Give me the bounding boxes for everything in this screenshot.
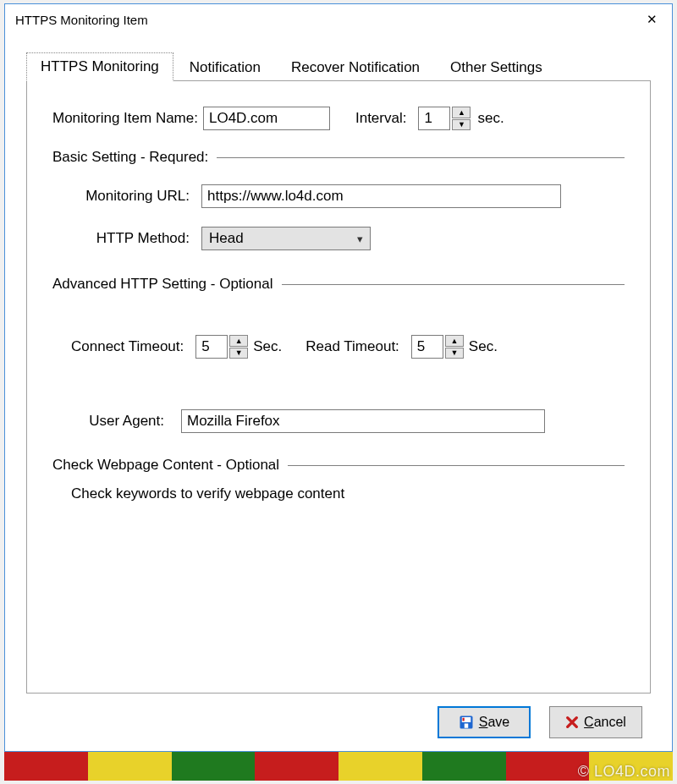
interval-label: Interval: <box>355 110 406 127</box>
save-label: SSaveave <box>479 715 509 730</box>
row-url: Monitoring URL: <box>52 184 625 208</box>
user-agent-input[interactable] <box>181 409 545 433</box>
method-label: HTTP Method: <box>71 230 190 247</box>
save-button[interactable]: SSaveave <box>438 706 531 738</box>
url-label: Monitoring URL: <box>71 188 190 205</box>
section-check: Check Webpage Content - Optional <box>52 457 625 474</box>
interval-down-button[interactable]: ▼ <box>452 119 471 131</box>
dialog-content: HTTPS Monitoring Notification Recover No… <box>5 35 672 751</box>
button-row: SSaveave CCancelancel <box>26 694 651 743</box>
tab-notification[interactable]: Notification <box>175 53 275 81</box>
read-up-button[interactable]: ▲ <box>445 335 464 347</box>
connect-timeout-input[interactable] <box>195 335 228 359</box>
divider <box>288 465 625 466</box>
watermark: © LO4D.com <box>578 763 670 781</box>
window-title: HTTPS Monitoring Item <box>15 13 148 27</box>
section-basic-label: Basic Setting - Requred: <box>52 149 208 166</box>
tab-other-settings[interactable]: Other Settings <box>436 53 557 81</box>
section-basic: Basic Setting - Requred: <box>52 149 625 166</box>
row-timeouts: Connect Timeout: ▲ ▼ Sec. Read Timeout: <box>52 335 625 359</box>
row-check-desc: Check keywords to verify webpage content <box>52 485 625 502</box>
chevron-down-icon: ▾ <box>357 233 363 245</box>
method-select[interactable]: Head ▾ <box>201 227 371 250</box>
connect-unit: Sec. <box>253 338 282 355</box>
connect-timeout-spinner: ▲ ▼ <box>195 335 248 359</box>
interval-unit: sec. <box>477 110 504 127</box>
tab-label: HTTPS Monitoring <box>41 58 159 74</box>
background-color-stripe <box>4 752 673 781</box>
read-timeout-spinner: ▲ ▼ <box>411 335 464 359</box>
section-advanced: Advanced HTTP Setting - Optional <box>52 276 625 293</box>
tab-recover-notification[interactable]: Recover Notification <box>277 53 434 81</box>
method-value: Head <box>209 230 244 247</box>
tab-panel: Monitoring Item Name: Interval: ▲ ▼ sec.… <box>26 81 651 694</box>
read-timeout-label: Read Timeout: <box>305 338 399 355</box>
url-input[interactable] <box>201 184 561 208</box>
svg-rect-3 <box>462 718 464 721</box>
read-down-button[interactable]: ▼ <box>445 348 464 359</box>
user-agent-label: User Agent: <box>71 413 164 430</box>
row-method: HTTP Method: Head ▾ <box>52 227 625 250</box>
divider <box>282 284 625 285</box>
interval-spinner: ▲ ▼ <box>418 107 471 130</box>
tab-label: Notification <box>190 59 261 75</box>
interval-input[interactable] <box>418 107 450 130</box>
connect-timeout-label: Connect Timeout: <box>71 338 184 355</box>
connect-down-button[interactable]: ▼ <box>229 348 248 359</box>
interval-up-button[interactable]: ▲ <box>452 107 471 118</box>
name-label: Monitoring Item Name: <box>52 110 198 127</box>
tab-label: Recover Notification <box>291 59 420 75</box>
read-timeout-input[interactable] <box>411 335 443 359</box>
name-input[interactable] <box>203 107 330 130</box>
save-icon <box>459 715 474 730</box>
dialog-window: HTTPS Monitoring Item ✕ HTTPS Monitoring… <box>4 3 673 752</box>
close-icon: ✕ <box>647 12 658 27</box>
connect-up-button[interactable]: ▲ <box>229 335 248 347</box>
divider <box>217 157 625 158</box>
cancel-button[interactable]: CCancelancel <box>549 706 642 738</box>
close-button[interactable]: ✕ <box>631 4 672 35</box>
cancel-label: CCancelancel <box>584 715 626 730</box>
svg-rect-2 <box>465 724 469 728</box>
tab-strip: HTTPS Monitoring Notification Recover No… <box>26 52 651 81</box>
tab-label: Other Settings <box>450 59 542 75</box>
cancel-icon <box>565 715 579 729</box>
titlebar: HTTPS Monitoring Item ✕ <box>5 4 672 35</box>
row-name-interval: Monitoring Item Name: Interval: ▲ ▼ sec. <box>52 107 625 130</box>
section-check-label: Check Webpage Content - Optional <box>52 457 279 474</box>
tab-https-monitoring[interactable]: HTTPS Monitoring <box>26 52 173 81</box>
row-user-agent: User Agent: <box>52 409 625 433</box>
read-unit: Sec. <box>469 338 498 355</box>
section-advanced-label: Advanced HTTP Setting - Optional <box>52 276 273 293</box>
check-description: Check keywords to verify webpage content <box>71 485 344 502</box>
